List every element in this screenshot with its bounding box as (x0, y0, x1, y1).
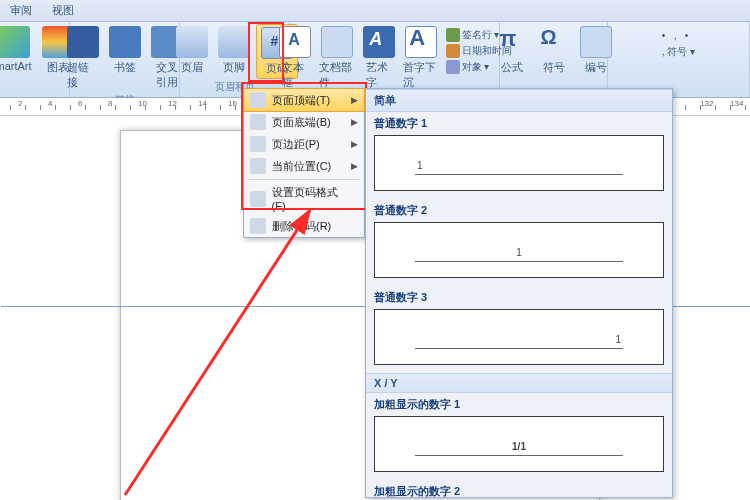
quickparts-button[interactable]: 文档部件 (315, 24, 360, 92)
gallery-item-simple3[interactable]: 普通数字 3 1 (366, 286, 672, 373)
pagenum-gallery: 简单 普通数字 1 1 普通数字 2 1 普通数字 3 1 X / Y 加粗显示… (365, 88, 673, 498)
chevron-right-icon: ▶ (351, 117, 358, 127)
formula-button[interactable]: π公式 (492, 24, 532, 77)
menu-bar: 审阅 视图 (0, 0, 750, 22)
ribbon: martArt 图表 超链接 书签 交叉 引用 链接 页眉 页脚 页码 页眉和页… (0, 22, 750, 98)
more-dots[interactable]: • , • (662, 30, 688, 41)
gallery-item-simple2[interactable]: 普通数字 2 1 (366, 199, 672, 286)
gallery-section-xy: X / Y (366, 373, 672, 393)
dd-page-bottom[interactable]: 页面底端(B)▶ (244, 111, 364, 133)
chevron-right-icon: ▶ (351, 161, 358, 171)
gallery-item-simple1[interactable]: 普通数字 1 1 (366, 112, 672, 199)
bookmark-button[interactable]: 书签 (105, 24, 145, 77)
wordart-button[interactable]: A艺术字 (362, 24, 397, 92)
dropcap-button[interactable]: A首字下沉 (399, 24, 444, 92)
menu-review[interactable]: 审阅 (0, 3, 42, 18)
dd-current-pos[interactable]: 当前位置(C)▶ (244, 155, 364, 177)
gallery-section-simple: 简单 (366, 89, 672, 112)
smartart-button[interactable]: martArt (0, 24, 36, 74)
footer-button[interactable]: 页脚 (214, 24, 254, 77)
gallery-item-bold1[interactable]: 加粗显示的数字 1 1/1 (366, 393, 672, 480)
dd-format[interactable]: 设置页码格式(F)... (244, 182, 364, 215)
chevron-right-icon: ▶ (351, 139, 358, 149)
pagenum-dropdown: 页面顶端(T)▶ 页面底端(B)▶ 页边距(P)▶ 当前位置(C)▶ 设置页码格… (243, 88, 365, 238)
gallery-item-bold2[interactable]: 加粗显示的数字 2 (366, 480, 672, 498)
more-symbol-button[interactable]: , 符号 ▾ (662, 45, 695, 59)
dd-page-top[interactable]: 页面顶端(T)▶ (243, 88, 365, 112)
dd-page-margins[interactable]: 页边距(P)▶ (244, 133, 364, 155)
dd-remove[interactable]: 删除页码(R) (244, 215, 364, 237)
hyperlink-button[interactable]: 超链接 (63, 24, 104, 92)
symbol-button[interactable]: Ω符号 (534, 24, 574, 77)
chevron-right-icon: ▶ (351, 95, 358, 105)
header-button[interactable]: 页眉 (172, 24, 212, 77)
menu-view[interactable]: 视图 (42, 3, 84, 18)
